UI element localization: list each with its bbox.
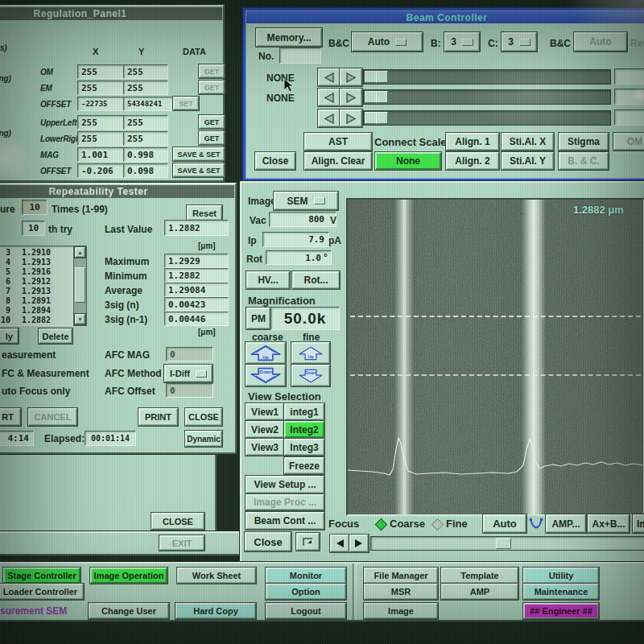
slider2-right-button[interactable] xyxy=(340,89,362,106)
sem-close-button[interactable]: Close xyxy=(245,532,291,551)
offset-set-button[interactable]: SET xyxy=(173,97,199,110)
im-button-cut[interactable]: Im xyxy=(633,514,644,533)
rot-button[interactable]: Rot... xyxy=(292,271,340,289)
sem-image-viewport[interactable]: 1.2882 μm xyxy=(346,198,644,516)
slider2-track[interactable] xyxy=(363,89,611,105)
scrollbar-down-icon[interactable]: ▼ xyxy=(75,314,85,324)
integ1-button[interactable]: integ1 xyxy=(284,403,324,420)
slider1-right-button[interactable] xyxy=(340,68,362,86)
stigma-button[interactable]: Stigma xyxy=(559,133,609,151)
slider3-handle[interactable] xyxy=(365,112,377,124)
slider1-track[interactable] xyxy=(363,69,611,85)
dynamic-button[interactable]: Dynamic xyxy=(185,431,222,447)
taskbar-change-user-button[interactable]: Change User xyxy=(89,603,169,619)
beam-controller-titlebar[interactable]: Beam Controller xyxy=(246,11,644,23)
offset2-saveset-button[interactable]: SAVE & SET xyxy=(173,163,225,177)
bg-exit-button[interactable]: EXIT xyxy=(159,535,204,551)
try-field[interactable]: 10 xyxy=(22,221,45,236)
taskbar-loader-controller-button[interactable]: Loader Controller xyxy=(0,584,84,600)
beam-close-button[interactable]: Close xyxy=(255,152,295,170)
memory-button[interactable]: Memory... xyxy=(256,28,322,47)
upperleft-y-field[interactable]: 255 xyxy=(123,115,168,130)
cancel-button[interactable]: CANCEL xyxy=(28,408,77,426)
focus-slider-handle[interactable] xyxy=(496,538,511,549)
option-autofocus-label[interactable]: uto Focus only xyxy=(2,386,70,397)
mag-y-field[interactable]: 0.998 xyxy=(123,147,168,162)
afc-mag-field[interactable]: 0 xyxy=(166,347,213,361)
autofocus-curve-icon[interactable] xyxy=(528,515,544,531)
pm-button[interactable]: PM xyxy=(246,308,270,329)
offset2-y-field[interactable]: 0.098 xyxy=(123,163,168,178)
view3-button[interactable]: View3 xyxy=(246,439,284,456)
offset2-x-field[interactable]: -0.206 xyxy=(77,163,124,178)
offset-y-field[interactable]: 54348241 xyxy=(123,97,173,111)
delete-button[interactable]: Delete xyxy=(39,328,72,344)
taskbar-utility-button[interactable]: Utility xyxy=(523,568,599,584)
slider3-track[interactable] xyxy=(363,110,611,126)
view1-button[interactable]: View1 xyxy=(246,403,284,420)
detach-window-button[interactable] xyxy=(296,533,320,551)
taskbar-monitor-button[interactable]: Monitor xyxy=(266,568,346,584)
slider1-left-button[interactable] xyxy=(318,68,341,86)
reset-button[interactable]: Reset xyxy=(187,205,222,221)
taskbar-image-button[interactable]: Image xyxy=(364,603,438,619)
option-measurement-label[interactable]: easurement xyxy=(2,349,56,361)
mag-coarse-down-button[interactable]: Down xyxy=(246,365,286,386)
b-dropdown[interactable]: 3 xyxy=(444,32,480,52)
none-status-button[interactable]: None xyxy=(375,152,441,170)
option-afc-measurement-label[interactable]: FC & Measurement xyxy=(2,368,89,379)
om-lu-button[interactable]: OM LU xyxy=(613,133,644,151)
lowerright-y-field[interactable]: 255 xyxy=(123,131,168,146)
c-dropdown[interactable]: 3 xyxy=(502,32,537,52)
mag-fine-down-button[interactable]: Down xyxy=(291,365,330,386)
focus-slider-track[interactable] xyxy=(370,536,644,551)
focus-auto-button[interactable]: Auto xyxy=(483,514,526,533)
align-clear-button[interactable]: Align. Clear xyxy=(304,152,372,170)
om-y-field[interactable]: 255 xyxy=(123,64,168,79)
integ3-button[interactable]: Integ3 xyxy=(284,439,324,456)
taskbar-amp-button[interactable]: AMP xyxy=(441,584,518,600)
lowerright-get-button[interactable]: GET xyxy=(199,131,225,145)
stial-y-button[interactable]: Sti.Al. Y xyxy=(502,152,554,170)
view2-button[interactable]: View2 xyxy=(246,421,284,438)
no-field[interactable] xyxy=(279,47,321,64)
list-scrollbar[interactable]: ▲ ▼ xyxy=(73,246,87,326)
focus-coarse-label[interactable]: Coarse xyxy=(390,518,425,530)
slider3-handle2[interactable] xyxy=(376,112,388,124)
ip-field[interactable]: 7.9 xyxy=(262,232,329,247)
bc-auto-dropdown[interactable]: Auto xyxy=(352,32,423,52)
taskbar-maintenance-button[interactable]: Maintenance xyxy=(523,584,599,600)
slider2-value-field[interactable] xyxy=(614,89,644,105)
regulation-panel-titlebar[interactable]: Regulation_Panel1 xyxy=(0,7,222,20)
slider2-left-button[interactable] xyxy=(318,89,341,106)
results-listbox[interactable]: 31.2910 41.2913 51.2916 61.2912 71.2913 … xyxy=(0,246,75,326)
image-type-dropdown[interactable]: SEM xyxy=(274,192,338,210)
focus-coarse-radio[interactable] xyxy=(375,518,388,531)
mag-coarse-up-button[interactable]: Up xyxy=(246,342,286,364)
mag-fine-up-button[interactable]: Up xyxy=(291,342,330,364)
taskbar-option-button[interactable]: Option xyxy=(266,584,346,600)
slider1-handle2[interactable] xyxy=(376,71,388,83)
taskbar-logout-button[interactable]: Logout xyxy=(266,603,346,619)
slider3-right-button[interactable] xyxy=(340,109,362,127)
hv-button[interactable]: HV... xyxy=(246,271,290,289)
start-button-cut[interactable]: RT xyxy=(0,408,21,426)
afc-offset-field[interactable]: 0 xyxy=(166,383,213,398)
taskbar-template-button[interactable]: Template xyxy=(441,568,518,584)
slider2-handle2[interactable] xyxy=(376,91,388,103)
freeze-button[interactable]: Freeze xyxy=(284,457,324,474)
om-get-button[interactable]: GET xyxy=(199,64,225,78)
afc-method-dropdown[interactable]: I-Diff xyxy=(164,365,213,382)
focus-fine-radio[interactable] xyxy=(431,518,444,531)
rep-close-button[interactable]: CLOSE xyxy=(185,408,222,426)
repeatability-titlebar[interactable]: Repeatability Tester xyxy=(0,185,234,198)
vac-field[interactable]: 800 xyxy=(269,212,336,227)
integ2-button[interactable]: Integ2 xyxy=(284,421,324,438)
taskbar-image-operation-button[interactable]: Image Operation xyxy=(90,568,167,584)
offset-x-field[interactable]: -22735 xyxy=(77,97,124,111)
amp-button[interactable]: AMP... xyxy=(546,514,586,533)
em-get-button[interactable]: GET xyxy=(199,80,225,94)
apply-button-cut[interactable]: ly xyxy=(0,328,19,344)
b-and-c-button[interactable]: B. & C. xyxy=(559,152,609,170)
taskbar-stage-controller-button[interactable]: Stage Controller xyxy=(3,568,80,584)
